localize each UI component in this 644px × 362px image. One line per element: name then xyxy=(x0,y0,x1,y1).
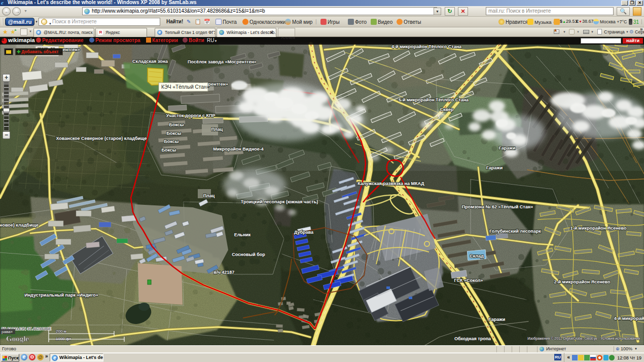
svg-text:Боксы: Боксы xyxy=(166,131,181,136)
svg-text:КЭЧ «Тёплый Стан»: КЭЧ «Тёплый Стан» xyxy=(161,84,209,90)
svg-text:Посёлок завода «Мосрентген»: Посёлок завода «Мосрентген» xyxy=(188,59,257,64)
svg-text:Промзона № 62 «Тёплый Стан»: Промзона № 62 «Тёплый Стан» xyxy=(462,204,533,209)
svg-text:Голубинский лесопарк: Голубинский лесопарк xyxy=(489,229,541,234)
svg-text:ГСК «Сокол»: ГСК «Сокол» xyxy=(454,278,483,283)
svg-text:Обходная тропа: Обходная тропа xyxy=(454,336,491,341)
svg-text:Хованское Северное (старое) кл: Хованское Северное (старое) кладбище xyxy=(56,136,147,141)
svg-text:200 м: 200 м xyxy=(56,329,66,334)
svg-text:Гаражи: Гаражи xyxy=(489,317,505,322)
svg-text:Боксы: Боксы xyxy=(169,122,184,127)
svg-text:4-й микрорайон: 4-й микрорайон xyxy=(614,316,644,321)
svg-text:Склад: Склад xyxy=(470,254,484,259)
svg-text:рава»: рава» xyxy=(2,330,13,334)
svg-text:Калужская развязка на МКАД: Калужская развязка на МКАД xyxy=(357,181,424,186)
svg-text:Google: Google xyxy=(6,335,29,343)
svg-text:в/ч 42187: в/ч 42187 xyxy=(214,270,235,275)
svg-text:(новое) кладбище: (новое) кладбище xyxy=(0,223,39,228)
svg-text:Гаражи: Гаражи xyxy=(499,146,515,151)
svg-text:Боксы: Боксы xyxy=(164,139,178,144)
svg-text:Ельник: Ельник xyxy=(234,232,251,237)
svg-text:Микрорайон Видное-4: Микрорайон Видное-4 xyxy=(213,147,264,152)
svg-text:5-й микрорайон Тёплого Стана: 5-й микрорайон Тёплого Стана xyxy=(399,97,469,102)
svg-text:Участок дороги с КПР: Участок дороги с КПР xyxy=(166,113,215,118)
svg-text:Боксы: Боксы xyxy=(161,148,176,153)
svg-text:2-й микрорайон Ясенево: 2-й микрорайон Ясенево xyxy=(554,279,611,284)
svg-text:Троицкий лесопарк (южная часть: Троицкий лесопарк (южная часть) xyxy=(241,199,318,204)
svg-text:4-й микрорайон Тёплого Стана: 4-й микрорайон Тёплого Стана xyxy=(391,44,462,49)
svg-text:Изображения © 2012 DigitalGlob: Изображения © 2012 DigitalGlobe, GeoEye … xyxy=(527,337,640,341)
svg-text:Индустриальный парк «Индиго»: Индустриальный парк «Индиго» xyxy=(24,293,98,298)
svg-text:Сквер: Сквер xyxy=(440,107,454,112)
svg-text:Складская зона: Складская зона xyxy=(132,59,168,64)
svg-text:Сосновый бор: Сосновый бор xyxy=(232,252,265,257)
svg-text:Плац: Плац xyxy=(211,127,223,132)
svg-text:1-й микрорайон Ясенево: 1-й микрорайон Ясенево xyxy=(570,226,627,231)
svg-text:Плац: Плац xyxy=(203,193,215,198)
svg-text:Гаражи: Гаражи xyxy=(486,165,503,170)
svg-text:Дубрава: Дубрава xyxy=(294,230,314,235)
